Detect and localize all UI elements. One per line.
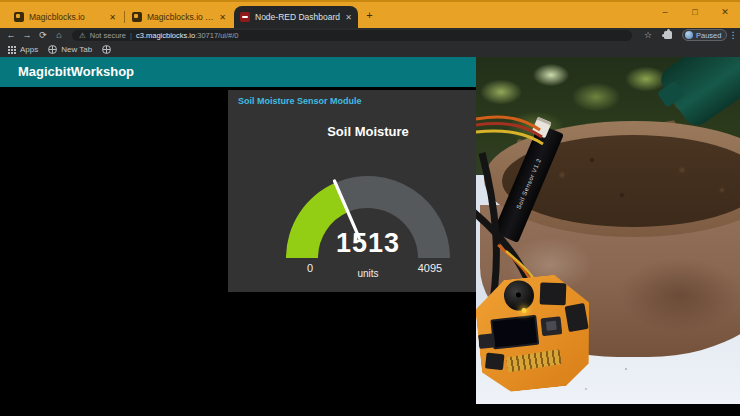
new-tab-button[interactable]: +	[362, 8, 377, 23]
bookmark-untitled[interactable]	[102, 45, 111, 54]
globe-icon	[102, 45, 111, 54]
status-led	[521, 308, 526, 313]
pin-header	[506, 349, 562, 372]
home-icon[interactable]: ⌂	[52, 28, 66, 42]
back-icon[interactable]: ←	[4, 28, 18, 42]
magicblocks-favicon	[132, 12, 142, 22]
browser-titlebar: Magicblocks.io ✕ Magicblocks.io : c3.mag…	[0, 0, 740, 28]
profile-label: Paused	[696, 31, 721, 40]
oled-display	[490, 315, 539, 350]
gauge-max-label: 4095	[408, 262, 452, 274]
tab-title: Magicblocks.io : c3.magicblocks	[147, 12, 214, 22]
profile-button[interactable]: Paused	[682, 29, 727, 41]
push-button	[540, 316, 562, 336]
close-icon[interactable]: ✕	[345, 13, 352, 22]
black-module	[565, 303, 589, 332]
bookmark-apps[interactable]: Apps	[8, 45, 38, 54]
close-icon[interactable]: ✕	[219, 13, 226, 22]
black-module	[540, 282, 567, 305]
url-host: c3.magicblocks.io	[136, 31, 195, 40]
maximize-button[interactable]: □	[686, 5, 704, 20]
bookmark-label: Apps	[20, 45, 38, 54]
gauge-title: Soil Moisture	[268, 124, 468, 139]
magicblocks-favicon	[14, 12, 24, 22]
page-title: MagicbitWorkshop	[18, 57, 134, 87]
bookmarks-bar: Apps New Tab	[0, 42, 740, 57]
extensions-icon[interactable]	[664, 31, 672, 39]
tab-title: Magicblocks.io	[29, 12, 104, 22]
url-path: :30717/ui/#/0	[195, 31, 238, 40]
gauge-min-label: 0	[290, 262, 330, 274]
apps-grid-icon	[8, 46, 10, 48]
tab-magicblocks[interactable]: Magicblocks.io ✕	[8, 6, 122, 28]
reload-icon[interactable]: ⟳	[36, 28, 50, 42]
sensor-group-panel: Soil Moisture Sensor Module Soil Moistur…	[228, 90, 476, 292]
browser-toolbar: ← → ⟳ ⌂ ⚠ Not secure | c3.magicblocks.io…	[0, 28, 740, 42]
warning-icon: ⚠	[79, 31, 86, 40]
tab-node-red-dashboard[interactable]: Node-RED Dashboard ✕	[234, 6, 358, 28]
url-separator: |	[130, 31, 132, 40]
close-icon[interactable]: ✕	[109, 13, 116, 22]
plant-photo: Soil Sensor V1.2	[476, 57, 740, 404]
push-button	[478, 333, 495, 349]
security-label: Not secure	[90, 31, 126, 40]
group-title: Soil Moisture Sensor Module	[238, 96, 362, 106]
menu-icon[interactable]: ⋮	[726, 28, 740, 42]
globe-icon	[48, 45, 57, 54]
dashboard-page: MagicbitWorkshop Soil Moisture Sensor Mo…	[0, 57, 740, 404]
address-bar[interactable]: ⚠ Not secure | c3.magicblocks.io:30717/u…	[72, 30, 632, 41]
gauge-value: 1513	[268, 228, 468, 259]
bookmark-new-tab[interactable]: New Tab	[48, 45, 92, 54]
tab-title: Node-RED Dashboard	[255, 12, 340, 22]
buzzer	[503, 279, 536, 312]
tab-separator	[124, 11, 125, 23]
forward-icon[interactable]: →	[20, 28, 34, 42]
bookmark-star-icon[interactable]: ☆	[641, 28, 655, 42]
bookmark-label: New Tab	[61, 45, 92, 54]
tab-magicblocks-c3[interactable]: Magicblocks.io : c3.magicblocks ✕	[126, 6, 232, 28]
profile-avatar	[685, 31, 693, 39]
node-red-favicon	[240, 12, 250, 22]
browser-window: Magicblocks.io ✕ Magicblocks.io : c3.mag…	[0, 0, 740, 416]
chip	[485, 352, 505, 370]
close-window-button[interactable]: ✕	[716, 5, 734, 20]
minimize-button[interactable]: –	[656, 5, 674, 20]
